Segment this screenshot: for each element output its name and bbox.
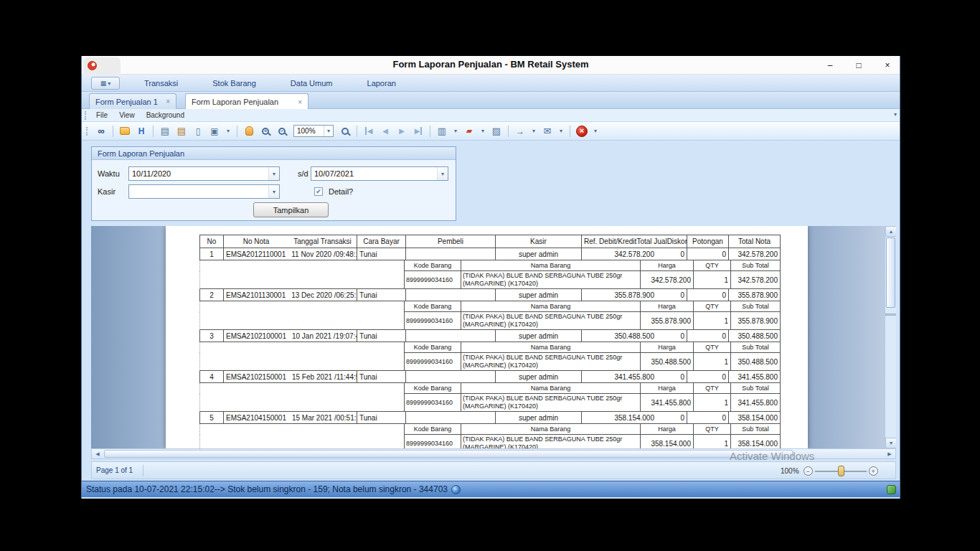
scroll-right-icon[interactable]: ▶ <box>884 449 895 458</box>
export-dropdown-icon[interactable] <box>529 124 538 138</box>
chevron-down-icon[interactable] <box>268 167 279 180</box>
tab-close-icon[interactable]: × <box>293 98 302 106</box>
zoom-slider-thumb[interactable] <box>838 466 844 476</box>
zoom-in-icon[interactable]: + <box>258 124 273 138</box>
menu-laporan[interactable]: Laporan <box>367 79 396 88</box>
zoom-level-value: 100% <box>297 127 316 135</box>
dynamic-zoom-icon[interactable] <box>338 124 352 138</box>
page-setup-icon[interactable] <box>191 124 205 138</box>
no-nota: EMSA2104150001 <box>224 414 286 422</box>
next-page-icon[interactable] <box>395 124 409 138</box>
table-header-row: No No Nota Tanggal Transaksi Cara Bayar … <box>199 235 781 248</box>
last-page-icon[interactable] <box>411 124 425 138</box>
zoom-percent-value: 100% <box>781 467 799 475</box>
globe-icon <box>451 485 461 494</box>
close-button[interactable]: × <box>881 60 894 70</box>
tab-bar: Form Penjualan 1 × Form Laporan Penjuala… <box>82 92 900 109</box>
potongan: 0 <box>687 289 729 301</box>
scroll-left-icon[interactable]: ◀ <box>92 449 103 458</box>
menu-overflow-icon[interactable] <box>894 111 897 118</box>
col-tanggal: Tanggal Transaksi <box>288 237 357 245</box>
minimize-button[interactable]: – <box>824 60 837 70</box>
horizontal-scroll-thumb[interactable] <box>104 450 793 458</box>
page-color-icon[interactable] <box>462 124 476 138</box>
menu-view[interactable]: View <box>113 111 141 119</box>
watermark-icon[interactable] <box>489 124 504 138</box>
scroll-down-icon[interactable]: ▼ <box>885 438 896 448</box>
menu-background[interactable]: Background <box>141 111 190 119</box>
col-kode-barang: Kode Barang <box>405 301 461 312</box>
email-icon[interactable] <box>540 124 555 138</box>
waktu-sampai-combo[interactable]: 10/07/2021 <box>311 166 448 181</box>
menu-file[interactable]: File <box>90 111 113 119</box>
tanggal-transaksi: 10 Jan 2021 /19:07:45 <box>292 332 357 340</box>
table-row: 3 EMSA210210000110 Jan 2021 /19:07:45 Tu… <box>199 330 781 342</box>
chevron-down-icon <box>108 80 110 87</box>
cell-no: 4 <box>199 371 224 383</box>
page-layout-icon[interactable] <box>435 124 449 138</box>
close-preview-icon[interactable] <box>575 124 589 138</box>
viewer-margin-left <box>91 226 166 448</box>
menu-stok-barang[interactable]: Stok Barang <box>212 79 256 88</box>
col-harga: Harga <box>641 424 694 435</box>
chevron-down-icon[interactable] <box>268 185 279 198</box>
nama-barang: (TIDAK PAKA) BLUE BAND SERBAGUNA TUBE 25… <box>461 271 641 289</box>
detail-checkbox[interactable] <box>314 187 323 196</box>
zoom-out-icon[interactable]: − <box>275 124 289 138</box>
chevron-down-icon[interactable] <box>324 126 333 136</box>
pan-hand-icon[interactable] <box>242 124 256 138</box>
scale-icon[interactable] <box>207 124 222 138</box>
main-menu-bar: ▦ Transaksi Stok Barang Data Umum Lapora… <box>82 75 900 92</box>
scale-dropdown-icon[interactable] <box>224 124 232 138</box>
zoom-out-button[interactable]: − <box>804 466 813 476</box>
diskon: 0 <box>654 414 684 422</box>
harga: 355.878.900 <box>641 312 694 330</box>
grip-handle[interactable] <box>85 111 87 120</box>
zoom-level-combo[interactable]: 100% <box>293 125 334 137</box>
col-nama-barang: Nama Barang <box>461 260 641 271</box>
email-dropdown-icon[interactable] <box>557 124 565 138</box>
maximize-button[interactable]: □ <box>852 60 865 70</box>
vertical-scroll-thumb[interactable] <box>886 237 895 308</box>
waktu-dari-combo[interactable]: 10/11/2020 <box>128 166 280 181</box>
prev-page-icon[interactable] <box>378 124 392 138</box>
screen: Form Laporan Penjualan - BM Retail Syste… <box>0 0 980 551</box>
tab-close-icon[interactable]: × <box>161 98 170 105</box>
kode-barang: 8999999034160 <box>405 435 461 448</box>
save-icon[interactable] <box>134 124 149 138</box>
zoom-slider-control: 100% − + <box>781 462 895 480</box>
detail-item-row: 8999999034160 (TIDAK PAKA) BLUE BAND SER… <box>199 312 781 330</box>
page-color-dropdown-icon[interactable] <box>479 124 487 138</box>
open-folder-icon[interactable] <box>118 124 132 138</box>
chevron-down-icon[interactable] <box>437 167 448 180</box>
tampilkan-button[interactable]: Tampilkan <box>253 202 329 217</box>
vertical-scrollbar[interactable]: ▲ ▼ <box>885 226 896 448</box>
grid-icon: ▦ <box>100 80 107 87</box>
zoom-in-button[interactable]: + <box>869 466 878 476</box>
total-jual: 358.154.000 <box>584 414 654 422</box>
kasir-combo[interactable] <box>128 184 280 199</box>
print-icon[interactable] <box>158 124 172 138</box>
first-page-icon[interactable] <box>362 124 376 138</box>
grip-handle[interactable] <box>86 127 88 136</box>
col-harga: Harga <box>641 342 694 353</box>
page-layout-dropdown-icon[interactable] <box>451 124 460 138</box>
no-nota: EMSA2102100001 <box>224 332 286 340</box>
app-menu-button[interactable]: ▦ <box>91 77 120 90</box>
network-status-icon[interactable] <box>887 485 896 494</box>
tab-form-laporan-penjualan[interactable]: Form Laporan Penjualan × <box>185 93 308 110</box>
search-icon[interactable] <box>94 124 108 138</box>
menu-data-umum[interactable]: Data Umum <box>291 79 333 88</box>
scroll-up-icon[interactable]: ▲ <box>885 226 896 237</box>
kode-barang: 8999999034160 <box>405 394 461 412</box>
toolbar-overflow-icon[interactable] <box>591 124 600 138</box>
col-nama-barang: Nama Barang <box>461 383 641 394</box>
zoom-slider-track[interactable] <box>815 471 867 472</box>
export-icon[interactable] <box>513 124 527 138</box>
detail-item-row: 8999999034160 (TIDAK PAKA) BLUE BAND SER… <box>199 394 781 412</box>
menu-transaksi[interactable]: Transaksi <box>144 79 178 88</box>
print-settings-icon[interactable] <box>174 124 189 138</box>
waktu-label: Waktu <box>98 169 120 178</box>
cell-nota: EMSA210415000115 Mar 2021 /00:51:53 <box>224 412 357 424</box>
tab-form-penjualan-1[interactable]: Form Penjualan 1 × <box>89 93 176 109</box>
